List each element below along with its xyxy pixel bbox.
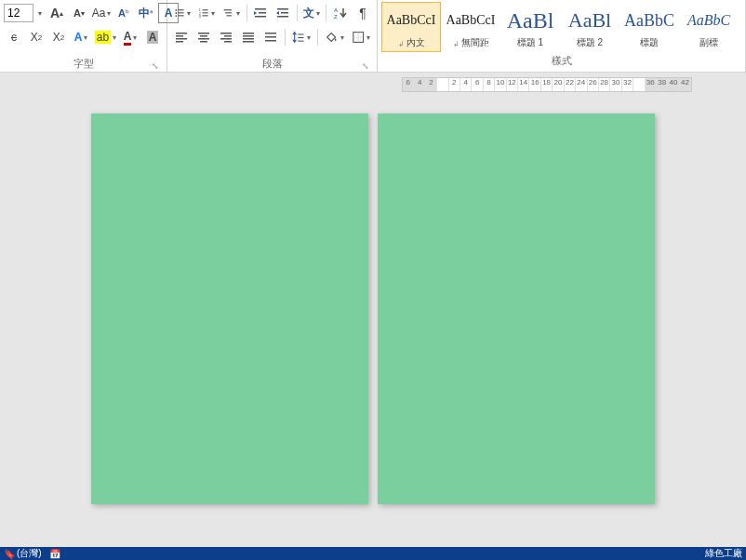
style-preview: AaBbC [624, 5, 674, 36]
multilevel-list-button[interactable] [220, 3, 242, 23]
grow-font-button[interactable]: A▴ [47, 3, 67, 23]
paragraph-group-label: 段落 [262, 58, 283, 69]
decrease-indent-button[interactable] [250, 3, 271, 23]
ruler-tick [633, 78, 645, 91]
style-item-1[interactable]: AaBbCcI無間距 [441, 2, 500, 52]
paragraph-group: 123 文 AZ ¶ [167, 0, 378, 72]
horizontal-ruler[interactable]: 642246810121416182022242628303236384042 [402, 77, 692, 92]
borders-button[interactable] [349, 27, 373, 47]
asian-layout-button[interactable]: 中ᵃ [136, 3, 156, 23]
svg-rect-15 [255, 8, 266, 10]
align-center-button[interactable] [193, 27, 214, 47]
styles-group: AaBbCcI內文AaBbCcI無間距AaBl標題 1AaBl標題 2AaBbC… [378, 0, 746, 72]
style-name-label: 標題 2 [577, 36, 603, 49]
ruler-tick: 42 [680, 78, 691, 91]
justify-button[interactable] [238, 27, 259, 47]
page-2[interactable] [378, 113, 655, 504]
svg-rect-42 [298, 33, 303, 34]
align-right-icon [219, 30, 233, 45]
sort-button[interactable]: AZ [330, 3, 351, 23]
ruler-tick: 28 [599, 78, 610, 91]
char-shading-button[interactable]: A [142, 27, 163, 47]
bullets-button[interactable] [171, 3, 193, 23]
svg-rect-16 [259, 12, 266, 14]
ruler-tick: 38 [657, 78, 668, 91]
flag-icon: 🔖 [4, 549, 15, 559]
svg-text:3: 3 [199, 15, 201, 19]
superscript-button[interactable]: X2 [48, 27, 69, 47]
style-name-label: 副標 [699, 36, 718, 49]
change-case-button[interactable]: Aa [91, 3, 112, 23]
shrink-font-button[interactable]: A▾ [69, 3, 89, 23]
numbering-button[interactable]: 123 [195, 3, 218, 23]
strikethrough-button[interactable]: є [4, 27, 24, 47]
svg-rect-3 [179, 12, 184, 13]
status-language[interactable]: (台灣) [17, 547, 42, 560]
style-item-2[interactable]: AaBl標題 1 [500, 2, 560, 52]
ruler-tick: 36 [646, 78, 657, 91]
svg-rect-11 [203, 15, 208, 16]
style-preview: AaBl [568, 5, 611, 36]
svg-rect-44 [298, 41, 303, 42]
style-item-0[interactable]: AaBbCcI內文 [381, 2, 441, 52]
svg-rect-34 [224, 41, 232, 43]
text-effects-button[interactable]: A [71, 27, 91, 47]
svg-rect-40 [265, 36, 276, 38]
ribbon: ▾ A▴ A▾ Aa Aᵇ 中ᵃ A є X2 X2 A ab A A 字型 ⤡ [0, 0, 746, 73]
styles-gallery: AaBbCcI內文AaBbCcI無間距AaBl標題 1AaBl標題 2AaBbC… [381, 2, 741, 54]
style-item-3[interactable]: AaBl標題 2 [560, 2, 619, 52]
asian-typography-button[interactable]: 文 [301, 3, 322, 23]
ruler-tick: 2 [449, 78, 460, 91]
style-item-4[interactable]: AaBbC標題 [619, 2, 679, 52]
phonetic-guide-button[interactable]: Aᵇ [113, 3, 134, 23]
svg-point-0 [175, 9, 177, 11]
style-preview: AaBbC [687, 5, 730, 36]
svg-rect-9 [203, 12, 208, 13]
ruler-tick: 12 [507, 78, 518, 91]
svg-rect-35 [243, 33, 254, 34]
bullets-icon [174, 6, 185, 20]
bucket-icon [325, 30, 338, 45]
svg-rect-20 [277, 16, 288, 18]
sort-icon: AZ [333, 6, 348, 20]
status-bar: 🔖 (台灣) 📅 綠色工廠 [0, 547, 746, 560]
align-left-button[interactable] [171, 27, 192, 47]
shading-button[interactable] [322, 27, 346, 47]
ruler-tick: 6 [403, 78, 414, 91]
increase-indent-button[interactable] [273, 3, 293, 23]
distributed-button[interactable] [260, 27, 281, 47]
show-marks-button[interactable]: ¶ [353, 3, 373, 23]
ruler-tick: 32 [622, 78, 633, 91]
svg-rect-37 [243, 38, 254, 40]
highlight-button[interactable]: ab [93, 27, 118, 47]
document-workspace: 642246810121416182022242628303236384042 [0, 73, 746, 547]
svg-rect-1 [179, 9, 184, 10]
style-name-label: 無間距 [453, 36, 489, 49]
separator [326, 5, 326, 21]
align-right-button[interactable] [216, 27, 236, 47]
subscript-button[interactable]: X2 [26, 27, 47, 47]
ruler-tick: 26 [588, 78, 599, 91]
ruler-tick: 8 [484, 78, 495, 91]
svg-rect-30 [200, 41, 207, 43]
svg-rect-31 [220, 33, 232, 34]
page-1[interactable] [91, 113, 368, 504]
line-spacing-button[interactable] [289, 27, 313, 47]
styles-group-label: 樣式 [552, 55, 572, 66]
font-size-input[interactable] [4, 4, 33, 22]
ruler-tick: 24 [576, 78, 587, 91]
svg-rect-12 [224, 9, 232, 10]
svg-rect-32 [224, 35, 232, 37]
svg-rect-36 [243, 35, 254, 37]
ruler-tick: 16 [529, 78, 540, 91]
calendar-icon[interactable]: 📅 [49, 549, 60, 559]
style-item-5[interactable]: AaBbC副標 [679, 2, 739, 52]
spacing-icon [292, 30, 305, 45]
font-size-dropdown-icon[interactable]: ▾ [35, 3, 45, 23]
ruler-tick: 6 [472, 78, 483, 91]
font-dialog-launcher-icon[interactable]: ⤡ [150, 60, 161, 71]
svg-text:Z: Z [334, 14, 338, 20]
font-color-button[interactable]: A [120, 27, 140, 47]
paragraph-dialog-launcher-icon[interactable]: ⤡ [360, 60, 371, 71]
svg-rect-26 [176, 41, 183, 43]
